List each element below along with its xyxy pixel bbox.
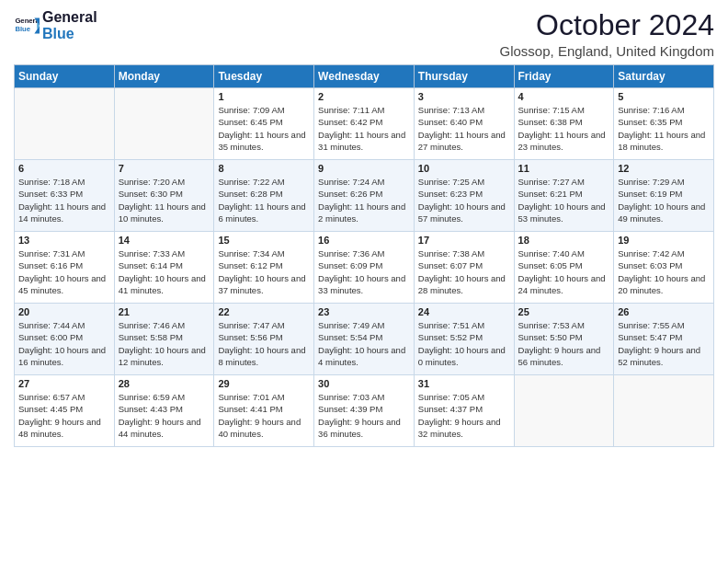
table-row: 30Sunrise: 7:03 AM Sunset: 4:39 PM Dayli… — [314, 375, 415, 447]
table-row: 21Sunrise: 7:46 AM Sunset: 5:58 PM Dayli… — [114, 304, 214, 375]
day-number: 6 — [18, 163, 110, 174]
day-content: Sunrise: 7:46 AM Sunset: 5:58 PM Dayligh… — [119, 319, 210, 368]
day-content: Sunrise: 6:57 AM Sunset: 4:45 PM Dayligh… — [18, 391, 110, 440]
logo-general-text: General — [42, 9, 97, 26]
table-row: 7Sunrise: 7:20 AM Sunset: 6:30 PM Daylig… — [114, 160, 214, 232]
day-number: 11 — [518, 163, 610, 174]
logo-blue-text: Blue — [42, 26, 97, 42]
day-content: Sunrise: 7:36 AM Sunset: 6:09 PM Dayligh… — [318, 247, 410, 296]
calendar-week-row: 13Sunrise: 7:31 AM Sunset: 6:16 PM Dayli… — [15, 232, 714, 304]
table-row: 26Sunrise: 7:55 AM Sunset: 5:47 PM Dayli… — [614, 304, 714, 375]
svg-text:General: General — [15, 17, 40, 25]
day-content: Sunrise: 7:33 AM Sunset: 6:14 PM Dayligh… — [119, 247, 210, 296]
day-content: Sunrise: 7:16 AM Sunset: 6:35 PM Dayligh… — [618, 104, 710, 153]
table-row: 22Sunrise: 7:47 AM Sunset: 5:56 PM Dayli… — [214, 304, 314, 375]
day-number: 29 — [218, 378, 310, 389]
day-number: 15 — [218, 235, 310, 246]
month-year-title: October 2024 — [500, 9, 714, 41]
table-row: 5Sunrise: 7:16 AM Sunset: 6:35 PM Daylig… — [614, 88, 714, 160]
table-row: 11Sunrise: 7:27 AM Sunset: 6:21 PM Dayli… — [514, 160, 614, 232]
calendar-week-row: 20Sunrise: 7:44 AM Sunset: 6:00 PM Dayli… — [15, 304, 714, 375]
day-number: 21 — [119, 306, 210, 317]
day-content: Sunrise: 7:49 AM Sunset: 5:54 PM Dayligh… — [318, 319, 410, 368]
table-row: 19Sunrise: 7:42 AM Sunset: 6:03 PM Dayli… — [614, 232, 714, 304]
table-row: 18Sunrise: 7:40 AM Sunset: 6:05 PM Dayli… — [514, 232, 614, 304]
title-block: October 2024 Glossop, England, United Ki… — [500, 9, 714, 59]
table-row: 29Sunrise: 7:01 AM Sunset: 4:41 PM Dayli… — [214, 375, 314, 447]
day-number: 23 — [318, 306, 410, 317]
col-friday: Friday — [514, 65, 614, 88]
day-number: 5 — [618, 91, 710, 102]
day-number: 4 — [518, 91, 610, 102]
table-row: 1Sunrise: 7:09 AM Sunset: 6:45 PM Daylig… — [214, 88, 314, 160]
day-content: Sunrise: 7:27 AM Sunset: 6:21 PM Dayligh… — [518, 176, 610, 224]
col-tuesday: Tuesday — [214, 65, 314, 88]
table-row: 24Sunrise: 7:51 AM Sunset: 5:52 PM Dayli… — [414, 304, 514, 375]
day-content: Sunrise: 7:47 AM Sunset: 5:56 PM Dayligh… — [218, 319, 310, 368]
day-number: 19 — [618, 235, 710, 246]
calendar-week-row: 27Sunrise: 6:57 AM Sunset: 4:45 PM Dayli… — [15, 375, 714, 447]
svg-text:Blue: Blue — [15, 24, 30, 32]
col-sunday: Sunday — [15, 65, 115, 88]
table-row: 4Sunrise: 7:15 AM Sunset: 6:38 PM Daylig… — [514, 88, 614, 160]
table-row — [514, 375, 614, 447]
table-row: 12Sunrise: 7:29 AM Sunset: 6:19 PM Dayli… — [614, 160, 714, 232]
header: General Blue General Blue October 2024 G… — [14, 9, 714, 59]
day-number: 7 — [119, 163, 210, 174]
table-row: 13Sunrise: 7:31 AM Sunset: 6:16 PM Dayli… — [15, 232, 115, 304]
table-row: 14Sunrise: 7:33 AM Sunset: 6:14 PM Dayli… — [114, 232, 214, 304]
day-number: 30 — [318, 378, 410, 389]
table-row: 27Sunrise: 6:57 AM Sunset: 4:45 PM Dayli… — [15, 375, 115, 447]
day-content: Sunrise: 7:51 AM Sunset: 5:52 PM Dayligh… — [418, 319, 510, 368]
day-number: 2 — [318, 91, 410, 102]
day-content: Sunrise: 7:09 AM Sunset: 6:45 PM Dayligh… — [218, 104, 310, 153]
day-number: 28 — [119, 378, 210, 389]
col-wednesday: Wednesday — [314, 65, 415, 88]
day-content: Sunrise: 7:05 AM Sunset: 4:37 PM Dayligh… — [418, 391, 510, 440]
day-content: Sunrise: 7:29 AM Sunset: 6:19 PM Dayligh… — [618, 176, 710, 224]
day-number: 16 — [318, 235, 410, 246]
table-row: 16Sunrise: 7:36 AM Sunset: 6:09 PM Dayli… — [314, 232, 415, 304]
logo-icon: General Blue — [14, 13, 40, 39]
day-content: Sunrise: 7:40 AM Sunset: 6:05 PM Dayligh… — [518, 247, 610, 296]
day-content: Sunrise: 7:15 AM Sunset: 6:38 PM Dayligh… — [518, 104, 610, 153]
day-content: Sunrise: 7:25 AM Sunset: 6:23 PM Dayligh… — [418, 176, 510, 224]
day-content: Sunrise: 7:38 AM Sunset: 6:07 PM Dayligh… — [418, 247, 510, 296]
table-row: 28Sunrise: 6:59 AM Sunset: 4:43 PM Dayli… — [114, 375, 214, 447]
table-row: 23Sunrise: 7:49 AM Sunset: 5:54 PM Dayli… — [314, 304, 415, 375]
day-content: Sunrise: 7:18 AM Sunset: 6:33 PM Dayligh… — [18, 176, 110, 224]
table-row — [15, 88, 115, 160]
day-number: 9 — [318, 163, 410, 174]
day-content: Sunrise: 7:22 AM Sunset: 6:28 PM Dayligh… — [218, 176, 310, 224]
table-row: 10Sunrise: 7:25 AM Sunset: 6:23 PM Dayli… — [414, 160, 514, 232]
table-row: 17Sunrise: 7:38 AM Sunset: 6:07 PM Dayli… — [414, 232, 514, 304]
day-content: Sunrise: 7:01 AM Sunset: 4:41 PM Dayligh… — [218, 391, 310, 440]
day-content: Sunrise: 7:34 AM Sunset: 6:12 PM Dayligh… — [218, 247, 310, 296]
day-content: Sunrise: 7:24 AM Sunset: 6:26 PM Dayligh… — [318, 176, 410, 224]
col-thursday: Thursday — [414, 65, 514, 88]
logo: General Blue General Blue — [14, 9, 97, 41]
day-number: 13 — [18, 235, 110, 246]
day-content: Sunrise: 7:20 AM Sunset: 6:30 PM Dayligh… — [119, 176, 210, 224]
table-row: 15Sunrise: 7:34 AM Sunset: 6:12 PM Dayli… — [214, 232, 314, 304]
day-content: Sunrise: 7:42 AM Sunset: 6:03 PM Dayligh… — [618, 247, 710, 296]
day-content: Sunrise: 7:44 AM Sunset: 6:00 PM Dayligh… — [18, 319, 110, 368]
day-number: 17 — [418, 235, 510, 246]
day-number: 1 — [218, 91, 310, 102]
day-number: 31 — [418, 378, 510, 389]
day-number: 25 — [518, 306, 610, 317]
day-number: 12 — [618, 163, 710, 174]
day-number: 14 — [119, 235, 210, 246]
day-number: 24 — [418, 306, 510, 317]
table-row: 2Sunrise: 7:11 AM Sunset: 6:42 PM Daylig… — [314, 88, 415, 160]
table-row: 8Sunrise: 7:22 AM Sunset: 6:28 PM Daylig… — [214, 160, 314, 232]
table-row: 31Sunrise: 7:05 AM Sunset: 4:37 PM Dayli… — [414, 375, 514, 447]
calendar-week-row: 1Sunrise: 7:09 AM Sunset: 6:45 PM Daylig… — [15, 88, 714, 160]
day-number: 22 — [218, 306, 310, 317]
calendar-table: Sunday Monday Tuesday Wednesday Thursday… — [14, 64, 714, 447]
day-content: Sunrise: 7:11 AM Sunset: 6:42 PM Dayligh… — [318, 104, 410, 153]
day-number: 27 — [18, 378, 110, 389]
day-number: 10 — [418, 163, 510, 174]
day-number: 3 — [418, 91, 510, 102]
table-row: 6Sunrise: 7:18 AM Sunset: 6:33 PM Daylig… — [15, 160, 115, 232]
